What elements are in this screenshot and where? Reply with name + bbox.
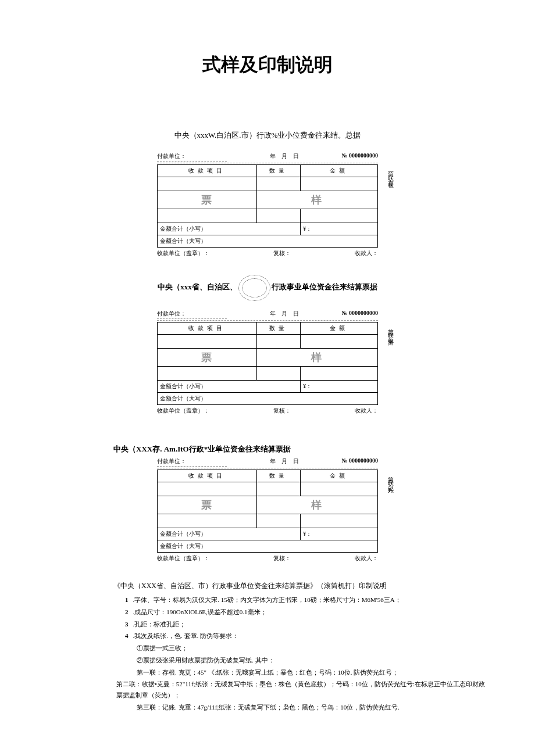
footer-left: 收款单位（盖章）： <box>157 249 209 257</box>
col-item: 收款项目 <box>158 470 257 482</box>
voucher-3-header: 付款单位： 年 月 日 № 0000000000 <box>157 457 378 468</box>
voucher-2-title: 中央（xxx省、自治区、行政事业单位资金往来结算票据 <box>12 275 523 301</box>
cell <box>301 209 378 223</box>
no-label: № 0000000000 <box>341 310 378 319</box>
cell <box>158 335 257 349</box>
voucher-1: 中央（xxxW.白泊区.市）行政%业小位费金往来结。总据 付款单位： 年 月 日… <box>12 130 523 257</box>
instruction-sub-5: 第三联：记账. 克重：47g/11f;纸张：无碳复写下纸；枭色：黑色；号鸟：10… <box>125 702 488 713</box>
date-label: 年 月 日 <box>270 152 299 162</box>
yen-label: ¥： <box>301 223 378 235</box>
voucher-2-table: 收款项目 数量 金额 票 样 金额合计（小写） ¥： <box>157 322 378 405</box>
watermark-1: 票 <box>201 499 213 511</box>
footer-right: 收款人： <box>355 554 378 562</box>
instruction-item-3: 3.孔距：标准孔距； <box>125 619 488 630</box>
watermark-2: 样 <box>311 352 323 363</box>
watermark-cell: 票 <box>158 191 257 209</box>
cell <box>301 177 378 191</box>
instructions: 《中央（XXX省、自治区、市）行政事业单位资金往来结算票据》（滚筒机打）印制说明… <box>113 580 488 712</box>
cell <box>301 335 378 349</box>
voucher-1-footer: 收款单位（盖章）： 复核： 收款人： <box>157 249 378 257</box>
voucher-3-table: 收款项目 数量 金额 票 样 金额合计（小写） ¥： <box>157 470 378 553</box>
cell <box>256 367 301 381</box>
cell <box>158 482 257 496</box>
no-label: № 0000000000 <box>341 457 378 467</box>
cell <box>256 514 301 528</box>
footer-right: 收款人： <box>355 249 378 257</box>
watermark-2: 样 <box>311 194 323 206</box>
col-amt: 金额 <box>301 323 378 335</box>
voucher-1-title: 中央（xxxW.白泊区.市）行政%业小位费金往来结。总据 <box>12 130 523 141</box>
sum-small-label: 金额合计（小写） <box>158 381 301 393</box>
watermark-1: 票 <box>201 194 213 206</box>
side-label-2: 第二联 收据 <box>385 324 395 336</box>
voucher-3-footer: 收款单位（盖章）： 复核： 收款人： <box>157 554 378 562</box>
watermark-cell: 样 <box>256 496 377 514</box>
col-qty: 数量 <box>256 470 301 482</box>
col-amt: 金额 <box>301 470 378 482</box>
sum-big-label: 金额合计（大写） <box>158 393 378 405</box>
page-title: 式样及印制说明 <box>12 52 523 78</box>
instruction-sub-3: 第一联：存根. 克更：45" 《:纸张：无哦宴写上纸；暴色：红色；号码：10位.… <box>125 667 488 678</box>
instruction-item-1: 1.字体、字号：标易为汉仪大宋. 15磅；内文字体为方正书宋，10磅；米格尺寸为… <box>125 594 488 605</box>
col-qty: 数量 <box>256 323 301 335</box>
cell <box>256 177 301 191</box>
col-amt: 金额 <box>301 165 378 177</box>
cell <box>256 209 301 223</box>
instruction-sub-1: ①票据一式三收； <box>125 643 488 654</box>
watermark-cell: 票 <box>158 349 257 367</box>
cell <box>256 335 301 349</box>
watermark-cell: 样 <box>256 349 377 367</box>
cell <box>158 514 257 528</box>
side-label-1: 第一联 存根 <box>385 167 395 179</box>
watermark-2: 样 <box>311 499 323 511</box>
footer-left: 收款单位（盖章）： <box>157 407 209 415</box>
cell <box>158 209 257 223</box>
voucher-3-container: 付款单位： 年 月 日 № 0000000000 收款项目 数量 金额 票 样 <box>157 457 378 562</box>
instruction-item-4: 4.我次及纸张.，色. 套章. 防伪等要求： <box>125 630 488 642</box>
cell <box>301 514 378 528</box>
cell <box>158 367 257 381</box>
sum-small-label: 金额合计（小写） <box>158 223 301 235</box>
voucher-1-table: 收款项目 数量 金额 票 样 金额合计（小写） ¥： <box>157 164 378 248</box>
yen-label: ¥： <box>301 381 378 393</box>
sum-big-label: 金额合计（大写） <box>158 540 378 553</box>
col-item: 收款项目 <box>158 165 257 177</box>
voucher-3: 中央（XXX存. Am.ItO行政*业单位资金往来结算票据 付款单位： 年 月 … <box>12 444 523 562</box>
voucher-2-title-part2: 行政事业单位资金往来结算票据 <box>272 282 377 291</box>
sum-big-label: 金额合计（大写） <box>158 235 378 248</box>
payer-label: 付款单位： <box>157 152 227 162</box>
yen-label: ¥： <box>301 528 378 540</box>
watermark-1: 票 <box>201 352 213 363</box>
voucher-2-container: 付款单位： 年 月 日 № 0000000000 收款项目 数量 金额 票 样 <box>157 310 378 415</box>
voucher-1-container: 付款单位： 年 月 日 № 0000000000 收款项目 数量 金额 票 样 <box>157 152 378 257</box>
watermark-cell: 样 <box>256 191 377 209</box>
voucher-2-footer: 收款单位（盖章）： 复核： 收款人： <box>157 407 378 415</box>
footer-mid: 复核： <box>273 554 291 562</box>
seal-icon <box>238 275 270 301</box>
footer-left: 收款单位（盖章）： <box>157 554 209 562</box>
cell <box>158 177 257 191</box>
instruction-item-2: 2.成品尺寸：190OnXlOL6E,误差不超过0.1毫米； <box>125 607 488 618</box>
payer-label: 付款单位： <box>157 310 227 319</box>
no-label: № 0000000000 <box>341 152 378 162</box>
sum-small-label: 金额合计（小写） <box>158 528 301 540</box>
cell <box>256 482 301 496</box>
cell <box>301 482 378 496</box>
voucher-1-header: 付款单位： 年 月 日 № 0000000000 <box>157 152 378 163</box>
cell <box>301 367 378 381</box>
date-label: 年 月 日 <box>270 310 299 319</box>
instructions-title: 《中央（XXX省、自治区、市）行政事业单位资金往来结算票据》（滚筒机打）印制说明 <box>113 580 488 592</box>
voucher-3-title: 中央（XXX存. Am.ItO行政*业单位资金往来结算票据 <box>113 444 523 454</box>
voucher-2-title-part1: 中央（xxx省、自治区、 <box>158 282 237 291</box>
watermark-cell: 票 <box>158 496 257 514</box>
side-label-3: 第三联 记账 <box>385 472 395 484</box>
col-qty: 数量 <box>256 165 301 177</box>
footer-mid: 复核： <box>273 249 291 257</box>
instructions-list: 1.字体、字号：标易为汉仪大宋. 15磅；内文字体为方正书宋，10磅；米格尺寸为… <box>113 594 488 712</box>
instruction-sub-2: ②票据级张采用财政票据防伪无破复写纸. 其中： <box>125 655 488 666</box>
date-label: 年 月 日 <box>270 457 299 467</box>
voucher-2-header: 付款单位： 年 月 日 № 0000000000 <box>157 310 378 321</box>
footer-mid: 复核： <box>273 407 291 415</box>
footer-right: 收款人： <box>355 407 378 415</box>
instruction-sub-4: 第二联：收据•克曼：52"11f;纸张：无碳复写中纸；墨色：株色（黄色底蚊）；号… <box>116 679 488 700</box>
